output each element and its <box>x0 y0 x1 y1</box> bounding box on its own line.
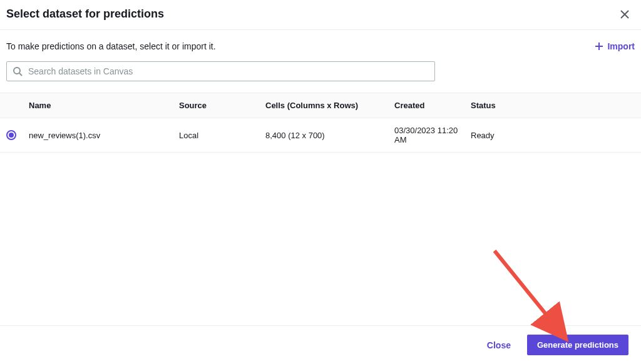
col-radio <box>6 101 29 110</box>
instruction-text: To make predictions on a dataset, select… <box>6 41 216 51</box>
col-name-header: Name <box>29 101 179 110</box>
col-cells-header: Cells (Columns x Rows) <box>265 101 394 110</box>
row-status: Ready <box>471 131 635 140</box>
svg-line-5 <box>19 73 22 76</box>
top-row: To make predictions on a dataset, select… <box>6 41 635 51</box>
radio-button[interactable] <box>6 130 16 140</box>
dataset-table: Name Source Cells (Columns x Rows) Creat… <box>0 93 641 325</box>
modal-title: Select dataset for predictions <box>6 8 164 21</box>
modal-footer: Close Generate predictions <box>0 325 641 364</box>
svg-point-4 <box>14 68 20 74</box>
row-created: 03/30/2023 11:20 AM <box>394 126 471 144</box>
select-dataset-modal: Select dataset for predictions To make p… <box>0 0 641 364</box>
row-source: Local <box>179 131 265 140</box>
close-button[interactable]: Close <box>479 335 518 355</box>
row-cells: 8,400 (12 x 700) <box>265 131 394 140</box>
modal-header: Select dataset for predictions <box>0 0 641 30</box>
import-label: Import <box>607 41 635 51</box>
col-source-header: Source <box>179 101 265 110</box>
modal-content: To make predictions on a dataset, select… <box>0 30 641 325</box>
import-button[interactable]: Import <box>595 41 635 51</box>
row-radio-cell <box>6 130 29 140</box>
plus-icon <box>595 42 603 51</box>
generate-predictions-button[interactable]: Generate predictions <box>527 335 628 355</box>
table-header: Name Source Cells (Columns x Rows) Creat… <box>0 93 641 118</box>
search-icon <box>13 66 23 76</box>
close-icon[interactable] <box>618 8 631 21</box>
row-name: new_reviews(1).csv <box>29 131 179 140</box>
search-input[interactable] <box>6 61 435 81</box>
radio-selected-icon <box>9 133 14 138</box>
col-created-header: Created <box>394 101 471 110</box>
col-status-header: Status <box>471 101 635 110</box>
table-row[interactable]: new_reviews(1).csv Local 8,400 (12 x 700… <box>0 118 641 153</box>
search-container <box>6 61 435 81</box>
